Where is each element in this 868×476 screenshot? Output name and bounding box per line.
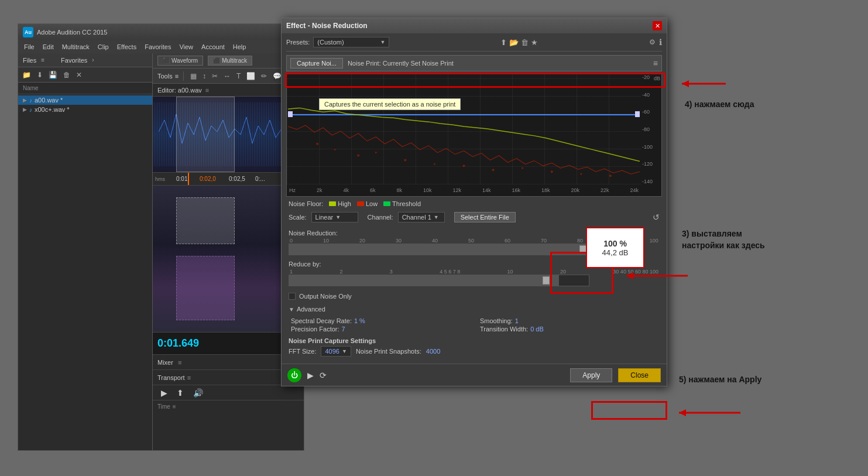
scale-arrow: ▼ [335,214,341,220]
menu-multitrack[interactable]: Multitrack [59,42,93,52]
timeline-mark-3: 0:... [255,176,265,182]
nr-section: Noise Reduction: 0 10 20 30 40 50 60 70 … [286,227,662,258]
cursor-tool[interactable]: ↕ [201,71,208,81]
channel-dropdown[interactable]: Channel 1 ▼ [398,212,445,222]
fft-dropdown[interactable]: 4096 ▼ [321,346,351,357]
output-noise-checkbox[interactable] [289,293,296,300]
dialog-close-btn[interactable]: ✕ [653,21,662,30]
hz-labels: Hz 2k 4k 6k 8k 10k 12k 14k 16k 18k 20k 2… [287,184,641,196]
lasso-tool[interactable]: ⬜ [245,71,257,81]
audition-menubar[interactable]: File Edit Multitrack Clip Effects Favori… [18,40,304,53]
noise-floor-label: Noise Floor: [289,200,323,207]
menu-edit[interactable]: Edit [39,42,57,52]
hz-label-16k: 16k [512,187,520,193]
delete-icon[interactable]: 🗑 [61,70,72,80]
svg-point-7 [492,169,495,171]
fft-arrow: ▼ [342,348,347,354]
menu-favorites[interactable]: Favorites [141,42,174,52]
reset-icon[interactable]: ↺ [653,213,660,222]
db-label-140: -140 [642,179,660,184]
brush-tool[interactable]: ✏ [259,71,269,81]
multitrack-tab[interactable]: ⬛ Multitrack [208,56,252,66]
timecode-value: 0:01.649 [157,337,199,349]
svg-point-6 [462,165,465,167]
nr-tick-100: 100 [650,238,658,244]
nr-slider[interactable] [289,244,589,255]
mixer-label: Mixer [157,359,173,366]
hz-label-hz: Hz [289,187,296,193]
noise-legend: Noise Floor: High Low Threshold [286,199,662,208]
menu-account[interactable]: Account [198,42,228,52]
reduce-slider[interactable] [289,275,589,286]
waveform-selected [176,97,235,172]
save-preset-icon[interactable]: ⬆ [500,38,507,47]
mixer-menu: ≡ [178,359,181,366]
save-icon[interactable]: 💾 [47,70,59,80]
delete-preset-icon[interactable]: 🗑 [521,38,529,47]
file-icon-2: ♪ [29,107,32,113]
annotation-step3: 3) выставляем настройки как здесь [682,228,765,251]
advanced-arrow: ▼ [289,306,294,313]
scale-label: Scale: [289,214,307,221]
load-preset-icon[interactable]: 📂 [509,38,519,47]
nr-tick-40: 40 [432,238,438,244]
apply-btn[interactable]: Apply [570,368,612,382]
menu-view[interactable]: View [176,42,197,52]
annotation-step3-line2: настройки как здесь [682,241,765,250]
edit-selection-lower [176,256,235,320]
razor-tool[interactable]: ✂ [210,71,219,81]
svg-marker-17 [679,409,686,416]
dialog-title: Effect - Noise Reduction [286,22,368,30]
svg-point-0 [316,143,318,145]
menu-help[interactable]: Help [229,42,250,52]
effect-dialog: Effect - Noise Reduction ✕ Presets: (Cus… [281,18,667,386]
speaker-btn[interactable]: 🔊 [190,387,207,399]
presets-label: Presets: [286,39,310,46]
power-btn[interactable]: ⏻ [287,368,301,382]
channel-label: Channel: [368,214,393,221]
file-expand-1: ▶ [23,97,27,103]
file-item-2[interactable]: ▶ ♪ x00c+.wav * [18,105,152,114]
close-icon[interactable]: ✕ [74,70,84,80]
multitrack-label: Multitrack [222,57,247,64]
select-entire-btn[interactable]: Select Entire File [454,212,516,222]
menu-effects[interactable]: Effects [114,42,140,52]
time-label: Time [157,403,170,410]
menu-file[interactable]: File [20,42,38,52]
editor-menu: ≡ [205,87,209,94]
files-label: Files [23,57,36,64]
export-btn[interactable]: ⬆ [173,387,187,399]
close-main-btn[interactable]: Close [618,368,661,382]
smoothing-value: 1 [515,317,519,324]
favorite-preset-icon[interactable]: ★ [531,38,538,47]
reduce-slider-fill [289,275,559,286]
spectrum-area: -20 -40 -60 -80 -100 -120 -140 dB Hz 2k … [286,74,662,197]
play-btn[interactable]: ▶ [157,387,171,399]
info-icon[interactable]: ℹ [659,37,662,47]
nr-slider-fill [289,244,589,255]
waveform-tab[interactable]: ⬛ Waveform [157,56,203,66]
advanced-header[interactable]: ▼ Advanced [286,304,662,314]
scale-row: Scale: Linear ▼ Channel: Channel 1 ▼ Sel… [286,211,662,224]
time-sel-tool[interactable]: ↔ [222,71,232,81]
svg-point-11 [609,174,612,177]
file-item-1[interactable]: ▶ ♪ a00.wav * [18,95,152,105]
select-tool[interactable]: ▦ [188,71,198,81]
presets-dropdown[interactable]: (Custom) ▼ [313,37,389,47]
capture-noise-btn[interactable]: Capture Noi... [290,58,343,69]
menu-clip[interactable]: Clip [94,42,112,52]
transport-label: Transport [157,374,185,381]
import-icon[interactable]: ⬇ [35,70,44,80]
folder-icon[interactable]: 📁 [20,70,33,80]
reduce-slider-handle[interactable] [543,276,550,285]
capture-menu-icon[interactable]: ≡ [653,59,658,68]
settings-icon[interactable]: ⚙ [649,38,656,46]
audition-title: Adobe Audition CC 2015 [37,29,107,36]
reduce-tick-1: 1 [290,269,293,275]
marquee-tool[interactable]: T [235,71,242,81]
scale-dropdown[interactable]: Linear ▼ [311,212,358,222]
dialog-play-btn[interactable]: ▶ [307,371,314,380]
dialog-loop-btn[interactable]: ⟳ [320,371,327,380]
capture-row: Capture Noi... Noise Print: Currently Se… [286,55,662,71]
file-name-2: x00c+.wav * [35,106,70,113]
